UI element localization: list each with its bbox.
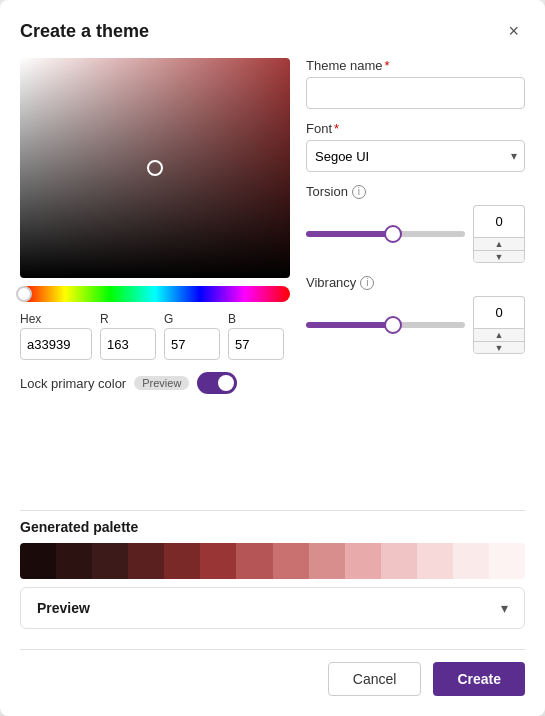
palette-swatch[interactable] — [273, 543, 309, 579]
palette-swatch[interactable] — [453, 543, 489, 579]
torsion-slider-row: ▲ ▼ — [306, 205, 525, 263]
g-input[interactable] — [164, 328, 220, 360]
hue-thumb[interactable] — [16, 286, 32, 302]
palette-swatch[interactable] — [200, 543, 236, 579]
vibrancy-slider[interactable] — [306, 322, 465, 328]
palette-row — [20, 543, 525, 579]
g-label: G — [164, 312, 220, 326]
preview-section: Preview ▾ — [20, 587, 525, 629]
palette-swatch[interactable] — [345, 543, 381, 579]
palette-divider — [20, 510, 525, 511]
b-input-group: B — [228, 312, 284, 360]
vibrancy-down-button[interactable]: ▼ — [474, 341, 524, 353]
hue-slider[interactable] — [20, 286, 290, 302]
vibrancy-stepper: ▲ ▼ — [473, 328, 525, 354]
theme-name-label: Theme name* — [306, 58, 525, 73]
palette-swatch[interactable] — [56, 543, 92, 579]
lock-row: Lock primary color Preview — [20, 372, 290, 394]
hex-input[interactable] — [20, 328, 92, 360]
font-label: Font* — [306, 121, 525, 136]
theme-name-field: Theme name* — [306, 58, 525, 109]
torsion-info-icon[interactable]: i — [352, 185, 366, 199]
dialog-title: Create a theme — [20, 21, 149, 42]
palette-swatch[interactable] — [309, 543, 345, 579]
palette-swatch[interactable] — [164, 543, 200, 579]
vibrancy-number-wrap: ▲ ▼ — [473, 296, 525, 354]
palette-swatch[interactable] — [381, 543, 417, 579]
r-input[interactable] — [100, 328, 156, 360]
cancel-button[interactable]: Cancel — [328, 662, 422, 696]
close-button[interactable]: × — [502, 20, 525, 42]
color-picker-canvas[interactable] — [20, 58, 290, 278]
vibrancy-input[interactable] — [473, 296, 525, 328]
vibrancy-up-button[interactable]: ▲ — [474, 329, 524, 341]
g-input-group: G — [164, 312, 220, 360]
right-panel: Theme name* Font* Segoe UI Arial Calibri… — [306, 58, 525, 498]
theme-name-input[interactable] — [306, 77, 525, 109]
toggle-knob — [218, 375, 234, 391]
lock-label: Lock primary color — [20, 376, 126, 391]
left-panel: Hex R G B Lock primary color Pre — [20, 58, 290, 498]
torsion-down-button[interactable]: ▼ — [474, 250, 524, 262]
palette-swatch[interactable] — [417, 543, 453, 579]
font-select[interactable]: Segoe UI Arial Calibri Verdana — [306, 140, 525, 172]
dialog-header: Create a theme × — [20, 20, 525, 42]
vibrancy-label: Vibrancy — [306, 275, 356, 290]
b-label: B — [228, 312, 284, 326]
torsion-number-wrap: ▲ ▼ — [473, 205, 525, 263]
preview-badge: Preview — [134, 376, 189, 390]
preview-header[interactable]: Preview ▾ — [21, 588, 524, 628]
vibrancy-info-icon[interactable]: i — [360, 276, 374, 290]
torsion-label-row: Torsion i — [306, 184, 525, 199]
hex-label: Hex — [20, 312, 92, 326]
r-input-group: R — [100, 312, 156, 360]
torsion-field: Torsion i ▲ ▼ — [306, 184, 525, 263]
palette-swatch[interactable] — [236, 543, 272, 579]
preview-label: Preview — [37, 600, 90, 616]
font-select-wrap: Segoe UI Arial Calibri Verdana ▾ — [306, 140, 525, 172]
torsion-label: Torsion — [306, 184, 348, 199]
chevron-down-icon: ▾ — [501, 600, 508, 616]
lock-toggle[interactable] — [197, 372, 237, 394]
r-label: R — [100, 312, 156, 326]
b-input[interactable] — [228, 328, 284, 360]
vibrancy-field: Vibrancy i ▲ ▼ — [306, 275, 525, 354]
footer: Cancel Create — [20, 649, 525, 696]
color-inputs: Hex R G B — [20, 312, 290, 360]
hex-input-group: Hex — [20, 312, 92, 360]
torsion-thumb[interactable] — [384, 225, 402, 243]
palette-title: Generated palette — [20, 519, 525, 535]
palette-swatch[interactable] — [20, 543, 56, 579]
torsion-up-button[interactable]: ▲ — [474, 238, 524, 250]
palette-swatch[interactable] — [489, 543, 525, 579]
font-field: Font* Segoe UI Arial Calibri Verdana ▾ — [306, 121, 525, 172]
create-theme-dialog: Create a theme × Hex R — [0, 0, 545, 716]
vibrancy-thumb[interactable] — [384, 316, 402, 334]
torsion-stepper: ▲ ▼ — [473, 237, 525, 263]
vibrancy-label-row: Vibrancy i — [306, 275, 525, 290]
create-button[interactable]: Create — [433, 662, 525, 696]
torsion-input[interactable] — [473, 205, 525, 237]
palette-swatch[interactable] — [128, 543, 164, 579]
main-content: Hex R G B Lock primary color Pre — [20, 58, 525, 498]
torsion-slider[interactable] — [306, 231, 465, 237]
vibrancy-slider-row: ▲ ▼ — [306, 296, 525, 354]
palette-swatch[interactable] — [92, 543, 128, 579]
